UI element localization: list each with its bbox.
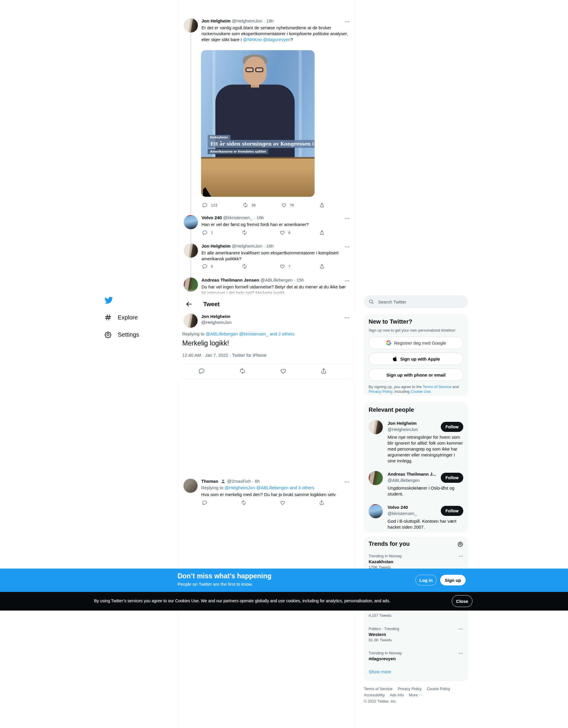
mention-link[interactable]: @NRKno <box>243 37 262 42</box>
login-button[interactable]: Log in <box>415 575 437 585</box>
trends-settings-gear-icon[interactable] <box>457 541 463 547</box>
tweet[interactable]: Jon Helgheim @HelgheimJon · 16h Er alle … <box>178 241 355 275</box>
trend-name: Western <box>369 632 463 637</box>
retweet-button[interactable] <box>242 264 251 269</box>
trend-item[interactable]: Trending in Norway Kazakhstan 179K Tweet… <box>369 554 463 569</box>
replying-links[interactable]: @HelgheimJon @ABLillebergen and 3 others <box>225 485 314 490</box>
close-button[interactable]: Close <box>452 595 472 607</box>
person-row[interactable]: Jon Helgheim @HelgheimJon Follow Mine ny… <box>369 420 463 467</box>
reply-button[interactable] <box>202 500 207 506</box>
tweet-header-row[interactable]: Volvo 240 @kkristensen_ · 16h <box>201 215 264 220</box>
like-button[interactable]: 76 <box>281 202 294 208</box>
tweet[interactable]: Thomas @2masFish · 6h Replying to @Helgh… <box>177 475 355 512</box>
person-row[interactable]: Volvo 240 @kkristensen_ Follow God i B-s… <box>369 504 463 534</box>
tweet-text: Er alle amerikanere kvalifisert som eksp… <box>201 250 350 262</box>
trend-name: #dagsrevyen <box>369 656 463 661</box>
back-arrow-icon[interactable] <box>185 301 193 308</box>
more-icon[interactable] <box>344 278 350 284</box>
retweet-icon[interactable] <box>239 368 246 375</box>
heart-icon[interactable] <box>280 368 287 375</box>
like-button[interactable]: 6 <box>280 230 291 235</box>
footer-link[interactable]: Accessibility <box>364 693 385 697</box>
retweet-button[interactable]: 36 <box>243 202 256 208</box>
cookie-link[interactable]: Cookie Use. <box>411 389 432 394</box>
more-icon[interactable] <box>458 554 463 559</box>
share-button[interactable] <box>319 230 325 235</box>
avatar[interactable] <box>369 420 383 434</box>
sidebar-item-explore[interactable]: Explore <box>104 314 138 321</box>
more-icon[interactable] <box>344 315 350 321</box>
cookie-text: By using Twitter’s services you agree to… <box>94 598 390 603</box>
footer-link[interactable]: Privacy Policy <box>398 687 422 691</box>
share-button[interactable] <box>319 500 325 506</box>
copyright: © 2022 Twitter, Inc. <box>364 698 468 704</box>
avatar[interactable] <box>369 471 383 485</box>
terms-link[interactable]: Terms of Service <box>423 385 451 389</box>
tweet-text: Er det er vanlig også blant de seriøse n… <box>201 25 350 43</box>
footer-link[interactable]: Terms of Service <box>364 687 393 691</box>
avatar[interactable] <box>184 243 198 258</box>
like-button[interactable] <box>280 500 285 506</box>
search-input[interactable] <box>377 299 463 305</box>
reply-button[interactable]: 1 <box>202 230 213 235</box>
more-icon[interactable] <box>344 244 350 250</box>
author-handle: @kkristensen_ <box>223 215 252 220</box>
share-button[interactable] <box>319 264 325 269</box>
more-icon[interactable] <box>458 627 463 632</box>
phone-email-signup-button[interactable]: Sign up with phone or email <box>369 369 463 381</box>
reply-icon[interactable] <box>198 368 205 375</box>
cta-subtitle: People on Twitter are the first to know. <box>177 582 253 587</box>
explore-label: Explore <box>118 314 138 321</box>
privacy-link[interactable]: Privacy Policy <box>369 389 392 394</box>
like-count: 76 <box>290 203 294 207</box>
footer-link[interactable]: Cookie Policy <box>427 687 450 691</box>
more-icon[interactable] <box>344 216 350 221</box>
trend-item[interactable]: 4,157 Tweets <box>369 613 463 618</box>
footer-link[interactable]: Ads info <box>390 693 404 697</box>
twitter-logo[interactable] <box>104 296 113 305</box>
follow-button[interactable]: Follow <box>441 506 463 516</box>
page-title: Tweet <box>203 301 220 308</box>
follow-button[interactable]: Follow <box>441 422 463 432</box>
divider <box>182 379 350 380</box>
tweet[interactable]: Jon Helgheim @HelgheimJon · 18h Er det e… <box>178 16 355 213</box>
person-handle: @ABLillebergen <box>388 478 420 483</box>
tweet-header-row[interactable]: Andreas Theilmann Jensen @ABLillebergen … <box>201 277 304 283</box>
more-icon[interactable] <box>344 19 350 25</box>
tweet-actions: 1 6 <box>202 230 325 235</box>
trend-item[interactable]: Politics · Trending Western 81.3K Tweets <box>369 627 463 642</box>
tweet-header-row[interactable]: Jon Helgheim @HelgheimJon · 18h <box>201 18 274 23</box>
mention-link[interactable]: @dagsrevyen <box>263 37 291 42</box>
author-block[interactable]: Jon Helgheim @HelgheimJon <box>201 314 232 325</box>
tweet-header-row[interactable]: Thomas @2masFish · 6h <box>201 479 260 484</box>
show-more-link[interactable]: Show more <box>369 669 391 674</box>
tweet-header-row[interactable]: Jon Helgheim @HelgheimJon · 16h <box>201 243 274 248</box>
person-row[interactable]: Andreas Theilmann J... @ABLillebergen Fo… <box>369 471 463 501</box>
divider <box>182 364 350 364</box>
avatar[interactable] <box>183 314 198 328</box>
more-icon[interactable] <box>344 479 350 485</box>
avatar[interactable] <box>183 479 198 493</box>
tweet-image[interactable]: #nrknyheter Ett år siden stormingen av K… <box>201 50 315 197</box>
google-signup-button[interactable]: Registrer deg med Google <box>369 337 463 349</box>
apple-signup-button[interactable]: Sign up with Apple <box>369 353 463 365</box>
tweet[interactable]: Volvo 240 @kkristensen_ · 16h Han er vel… <box>178 213 355 241</box>
share-button[interactable] <box>319 202 325 208</box>
search-bar[interactable] <box>364 295 468 308</box>
replying-links[interactable]: @ABLillebergen @kkristensen_ and 2 other… <box>206 331 294 336</box>
signup-button[interactable]: Sign up <box>440 575 466 585</box>
avatar[interactable] <box>369 504 383 518</box>
footer-link[interactable]: More ··· <box>409 693 422 697</box>
avatar[interactable] <box>184 215 198 229</box>
reply-button[interactable]: 123 <box>202 202 217 208</box>
retweet-button[interactable] <box>242 230 251 235</box>
more-icon[interactable] <box>458 651 463 656</box>
like-button[interactable]: 7 <box>280 264 291 269</box>
share-icon[interactable] <box>320 368 327 375</box>
avatar[interactable] <box>184 18 198 33</box>
reply-button[interactable]: 5 <box>202 264 213 269</box>
retweet-button[interactable] <box>241 500 246 506</box>
follow-button[interactable]: Follow <box>441 473 463 483</box>
sidebar-item-settings[interactable]: Settings <box>104 331 139 338</box>
trend-item[interactable]: Trending in Norway #dagsrevyen <box>369 651 463 661</box>
